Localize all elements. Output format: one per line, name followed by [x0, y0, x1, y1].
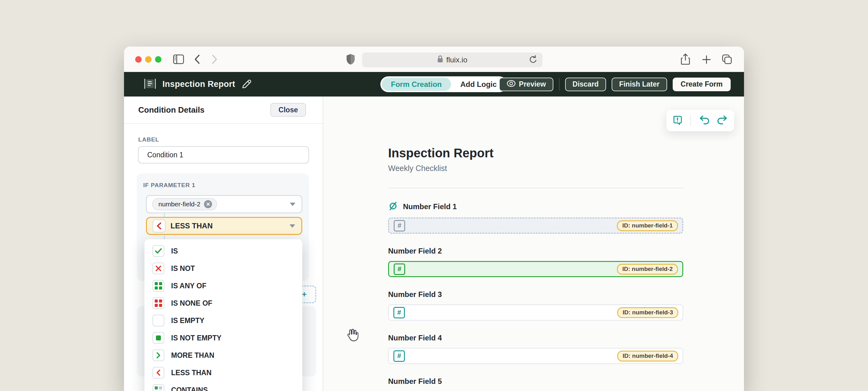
field-label: Number Field 3	[388, 290, 442, 299]
chevron-down-icon	[289, 224, 295, 228]
field-number-1[interactable]: Number Field 1 # ID: number-field-1	[388, 201, 683, 234]
operator-option-less-than[interactable]: LESS THAN	[145, 364, 302, 381]
tab-add-logic[interactable]: Add Logic	[451, 78, 506, 91]
document-title: Inspection Report	[162, 79, 235, 89]
mode-tabs: Form Creation Add Logic	[380, 76, 507, 92]
chevron-right-icon	[153, 350, 164, 361]
undo-icon[interactable]	[699, 115, 710, 126]
field-id-badge: ID: number-field-4	[617, 351, 678, 362]
operator-option-is-empty[interactable]: IS EMPTY	[145, 312, 302, 329]
new-tab-icon[interactable]	[702, 55, 711, 65]
operator-option-is-any-of[interactable]: IS ANY OF	[145, 277, 302, 295]
operator-option-is-not-empty[interactable]: IS NOT EMPTY	[145, 329, 302, 346]
finish-later-button[interactable]: Finish Later	[612, 78, 667, 91]
field-id-badge: ID: number-field-1	[617, 220, 678, 231]
number-field-icon: #	[393, 307, 405, 318]
remove-chip-icon[interactable]: ✕	[204, 200, 212, 208]
label-caption: LABEL	[138, 136, 159, 143]
comment-alert-icon[interactable]	[672, 115, 683, 127]
share-icon[interactable]	[681, 53, 690, 66]
operator-select-value: LESS THAN	[170, 222, 213, 230]
zoom-window-button[interactable]	[155, 56, 161, 63]
address-bar[interactable]: fluix.io	[362, 52, 542, 67]
page-background: fluix.io Inspection Report	[0, 0, 868, 391]
create-form-button-label: Create Form	[681, 80, 723, 88]
preview-button-label: Preview	[519, 80, 546, 88]
toolbar-divider	[690, 115, 691, 126]
parameter-chip-label: number-field-2	[158, 200, 200, 208]
operator-option-contains[interactable]: CONTAINS	[145, 381, 302, 391]
discard-button[interactable]: Discard	[565, 78, 606, 91]
chevron-left-icon	[153, 367, 164, 379]
form-divider	[388, 188, 683, 188]
x-icon	[153, 262, 164, 274]
chevron-down-icon	[290, 203, 296, 206]
close-button-label: Close	[278, 106, 298, 114]
field-number-3[interactable]: Number Field 3 # ID: number-field-3	[388, 290, 683, 320]
operator-option-more-than[interactable]: MORE THAN	[145, 346, 302, 364]
operator-option-label: IS NONE OF	[171, 299, 212, 308]
back-icon[interactable]	[194, 54, 200, 65]
operator-option-label: IS NOT EMPTY	[171, 334, 221, 342]
form-subtitle: Weekly Checklist	[388, 164, 683, 173]
operator-option-is[interactable]: IS	[145, 242, 302, 260]
if-parameter-caption: IF PARAMETER 1	[143, 182, 195, 189]
sidebar-toggle-icon[interactable]	[173, 54, 184, 66]
close-window-button[interactable]	[135, 56, 142, 63]
parameter-select[interactable]: number-field-2 ✕	[146, 195, 302, 213]
canvas-toolbar	[666, 110, 734, 131]
field-number-4[interactable]: Number Field 4 # ID: number-field-4	[388, 334, 683, 364]
finish-later-button-label: Finish Later	[619, 80, 659, 88]
tab-form-creation[interactable]: Form Creation	[382, 78, 451, 91]
panel-title: Condition Details	[138, 105, 205, 115]
check-icon	[153, 245, 164, 257]
lock-icon	[437, 55, 443, 65]
field-number-2[interactable]: Number Field 2 # ID: number-field-2	[388, 247, 683, 277]
empty-box-icon	[153, 315, 164, 327]
forward-icon[interactable]	[211, 54, 218, 65]
field-label: Number Field 1	[403, 202, 457, 211]
browser-window: fluix.io Inspection Report	[124, 47, 744, 391]
operator-select[interactable]: LESS THAN	[146, 217, 302, 235]
number-field-icon: #	[393, 351, 405, 362]
grid-green-icon	[153, 280, 164, 292]
operator-option-is-not[interactable]: IS NOT	[145, 260, 302, 277]
minimize-window-button[interactable]	[145, 56, 152, 63]
browser-chrome: fluix.io	[124, 47, 744, 72]
tab-form-creation-label: Form Creation	[391, 80, 442, 89]
eye-icon	[506, 80, 516, 89]
close-button[interactable]: Close	[270, 103, 306, 117]
discard-button-label: Discard	[572, 80, 599, 88]
condition-details-panel: Condition Details Close LABEL IF PARAMET…	[124, 96, 323, 391]
create-form-button[interactable]: Create Form	[673, 78, 731, 91]
number-field-icon: #	[394, 220, 405, 231]
document-icon	[144, 77, 156, 92]
field-id-badge: ID: number-field-2	[617, 264, 678, 275]
field-number-5[interactable]: Number Field 5 # ID: number-field-5	[388, 377, 683, 391]
privacy-shield-icon[interactable]	[346, 53, 355, 66]
grid-mixed-icon	[153, 384, 164, 391]
operator-option-label: MORE THAN	[171, 351, 214, 360]
tab-overview-icon[interactable]	[722, 54, 732, 66]
operator-option-label: LESS THAN	[171, 369, 211, 377]
number-field-icon: #	[394, 263, 405, 275]
header-divider	[559, 78, 560, 91]
url-text: fluix.io	[446, 56, 467, 64]
reload-icon[interactable]	[529, 55, 537, 66]
condition-label-input[interactable]	[138, 146, 309, 164]
preview-button[interactable]: Preview	[499, 78, 553, 91]
operator-option-label: IS NOT	[171, 264, 195, 273]
app-header: Inspection Report Form Creation Add Logi…	[124, 72, 744, 96]
grid-red-icon	[153, 297, 164, 309]
operator-dropdown: IS IS NOT IS ANY OF IS NONE OF	[145, 239, 302, 391]
filled-box-icon	[153, 332, 164, 344]
edit-title-icon[interactable]	[242, 79, 252, 90]
connector-line	[164, 213, 165, 217]
field-label: Number Field 5	[388, 377, 442, 386]
operator-option-label: IS EMPTY	[171, 316, 204, 325]
parameter-chip[interactable]: number-field-2 ✕	[152, 198, 217, 211]
redo-icon[interactable]	[717, 115, 728, 126]
operator-option-is-none-of[interactable]: IS NONE OF	[145, 295, 302, 312]
plus-icon: +	[302, 289, 307, 299]
operator-option-label: IS ANY OF	[171, 282, 207, 290]
